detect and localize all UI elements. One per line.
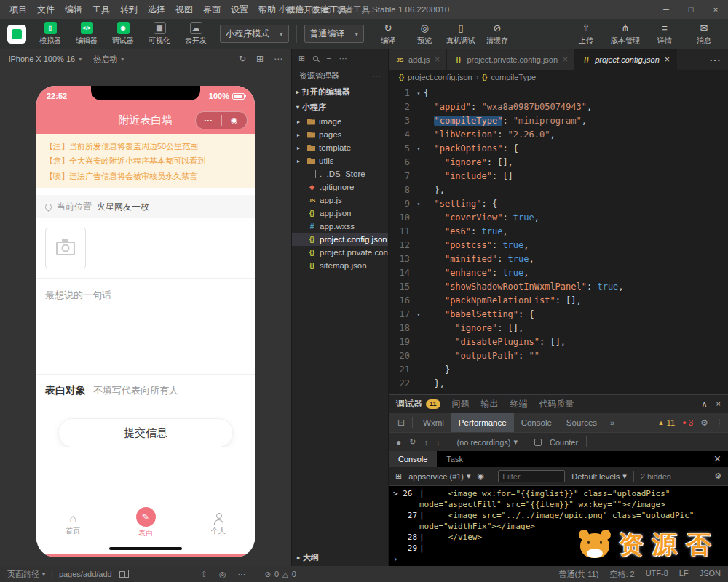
minimize-icon[interactable]: ─: [654, 0, 678, 19]
code-line[interactable]: 15 "showShadowRootInWxmlPanel": true,: [389, 280, 728, 294]
toolbar-button[interactable]: ◎预览: [408, 22, 441, 46]
tree-item[interactable]: ▸template: [292, 141, 388, 154]
menu-item[interactable]: 选择: [143, 0, 170, 19]
toolbar-button[interactable]: ≡详情: [648, 22, 681, 46]
code-line[interactable]: 20 "outputPath": "": [389, 349, 728, 363]
editor-tab[interactable]: {}project.config.json×: [575, 49, 677, 70]
menu-item[interactable]: 视图: [170, 0, 198, 19]
files-icon[interactable]: ⊞: [298, 54, 305, 63]
list-icon[interactable]: ≡: [326, 54, 331, 63]
fold-icon[interactable]: ▾: [414, 308, 424, 322]
collapse-panel-icon[interactable]: ∧: [702, 399, 708, 409]
code-line[interactable]: 19 "disablePlugins": [],: [389, 335, 728, 349]
code-line[interactable]: 17▾ "babelSetting": {: [389, 308, 728, 322]
target-input[interactable]: 不填写代表向所有人: [93, 384, 178, 397]
console-sidebar-icon[interactable]: ⊞: [395, 471, 402, 481]
tabbar-item[interactable]: 个人: [182, 506, 255, 542]
more-status-icon[interactable]: ⋯: [238, 570, 246, 579]
toolbar-button[interactable]: ⋔版本管理: [609, 22, 642, 46]
code-line[interactable]: 4 "libVersion": "2.26.0",: [389, 128, 728, 142]
close-panel-icon[interactable]: ×: [716, 399, 721, 409]
tree-item[interactable]: {}app.json: [292, 207, 388, 220]
toolbar-button[interactable]: ▦可视化: [143, 22, 176, 46]
tree-item[interactable]: ▸utils: [292, 154, 388, 167]
code-line[interactable]: 5▾ "packOptions": {: [389, 142, 728, 156]
project-root-section[interactable]: ▾ 小程序: [292, 100, 388, 115]
tabbar-item[interactable]: ✎表白: [109, 506, 182, 542]
code-line[interactable]: 21 }: [389, 363, 728, 377]
upload-status-icon[interactable]: ⇧: [201, 570, 207, 579]
breadcrumb-item[interactable]: compileType: [491, 73, 536, 81]
hidden-count[interactable]: 2 hidden: [641, 472, 671, 481]
tree-item[interactable]: {}project.private.config.js...: [292, 246, 388, 259]
toolbar-button[interactable]: ▯模拟器: [33, 22, 67, 46]
debugger-panel-tab[interactable]: 终端: [510, 398, 528, 410]
app-logo[interactable]: [7, 25, 26, 44]
close-icon[interactable]: ×: [665, 55, 670, 65]
restart-select[interactable]: 热启动 ▾: [93, 54, 124, 65]
tree-item[interactable]: {}project.config.json: [292, 233, 388, 246]
outline-section[interactable]: ▸ 大纲: [292, 549, 388, 566]
more-editor-actions-icon[interactable]: ⋯: [709, 53, 721, 67]
devtools-tab[interactable]: Sources: [559, 413, 604, 432]
reload-icon[interactable]: ↻: [409, 437, 416, 447]
debugger-panel-tab[interactable]: 问题: [452, 398, 470, 410]
close-icon[interactable]: ×: [703, 0, 728, 19]
compile-mode-select[interactable]: 普通编译 ▾: [304, 25, 365, 43]
exit-icon[interactable]: ◉: [222, 116, 248, 125]
devtools-tab[interactable]: Wxml: [416, 413, 451, 432]
open-editors-section[interactable]: ▸ 打开的编辑器: [292, 84, 388, 100]
filter-input[interactable]: [498, 470, 565, 482]
toolbar-button[interactable]: ✉消息: [687, 22, 721, 46]
device-select[interactable]: iPhone X 100% 16 ▾: [9, 55, 82, 63]
eye-icon[interactable]: ◉: [478, 471, 485, 481]
toolbar-button[interactable]: ↻编译: [371, 22, 405, 46]
statusbar-item[interactable]: 普通(共 11): [559, 569, 599, 580]
toolbar-button[interactable]: ⇧上传: [569, 22, 603, 46]
code-line[interactable]: 16 "packNpmRelationList": [],: [389, 294, 728, 308]
toolbar-button[interactable]: ☁云开发: [179, 22, 213, 46]
levels-select[interactable]: Default levels ▾: [571, 471, 627, 481]
tree-item[interactable]: {}sitemap.json: [292, 259, 388, 272]
menu-item[interactable]: 帮助: [253, 0, 281, 19]
search-icon[interactable]: [313, 56, 318, 61]
capsule-menu[interactable]: ••• ◉: [195, 111, 248, 129]
debugger-panel-tab[interactable]: 代码质量: [539, 398, 574, 410]
more-icon[interactable]: ⋯: [274, 54, 282, 64]
menu-item[interactable]: 界面: [198, 0, 226, 19]
rotate-icon[interactable]: ↻: [239, 54, 246, 64]
code-line[interactable]: 9▾ "setting": {: [389, 197, 728, 211]
problems-indicator[interactable]: ⊘ 0 △ 0: [265, 570, 296, 578]
settings-gear-icon[interactable]: ⚙: [700, 418, 708, 428]
more-tabs-icon[interactable]: »: [604, 418, 620, 427]
fold-icon[interactable]: ▾: [414, 142, 424, 156]
code-line[interactable]: 6 "ignore": [],: [389, 156, 728, 170]
menu-item[interactable]: 文件: [32, 0, 60, 19]
statusbar-item[interactable]: LF: [679, 569, 689, 580]
page-path[interactable]: pages/add/add: [59, 570, 112, 578]
code-line[interactable]: 3 "compileType": "miniprogram",: [389, 114, 728, 128]
tree-item[interactable]: JSapp.js: [292, 194, 388, 207]
code-line[interactable]: 2 "appid": "wxa8a0987b05074943",: [389, 100, 728, 114]
tree-item[interactable]: #app.wxss: [292, 220, 388, 233]
devtools-tab[interactable]: Performance: [451, 413, 514, 432]
page-path-select[interactable]: 页面路径 ▾: [7, 569, 45, 580]
code-line[interactable]: 1▾{: [389, 87, 728, 100]
breadcrumb-item[interactable]: project.config.json: [408, 73, 472, 81]
add-photo-button[interactable]: [45, 228, 86, 268]
close-icon[interactable]: ×: [563, 55, 568, 65]
code-editor[interactable]: 1▾{2 "appid": "wxa8a0987b05074943",3 "co…: [389, 84, 728, 394]
debugger-panel-tab[interactable]: 调试器11: [396, 398, 440, 410]
record-icon[interactable]: ●: [396, 437, 401, 447]
menu-item[interactable]: 编辑: [60, 0, 87, 19]
menu-item[interactable]: 微信开发者工具: [281, 0, 352, 19]
kebab-menu-icon[interactable]: ⋮: [716, 418, 724, 428]
code-line[interactable]: 11 "es6": true,: [389, 225, 728, 239]
toolbar-button[interactable]: ◉调试器: [106, 22, 140, 46]
save-profile-icon[interactable]: ↓: [436, 438, 440, 447]
console-tab[interactable]: Task: [437, 451, 472, 467]
menu-item[interactable]: 项目: [4, 0, 32, 19]
editor-tab[interactable]: {}project.private.config.json×: [447, 49, 575, 70]
tabbar-item[interactable]: ⌂首页: [36, 506, 109, 542]
menu-item[interactable]: 工具: [87, 0, 115, 19]
